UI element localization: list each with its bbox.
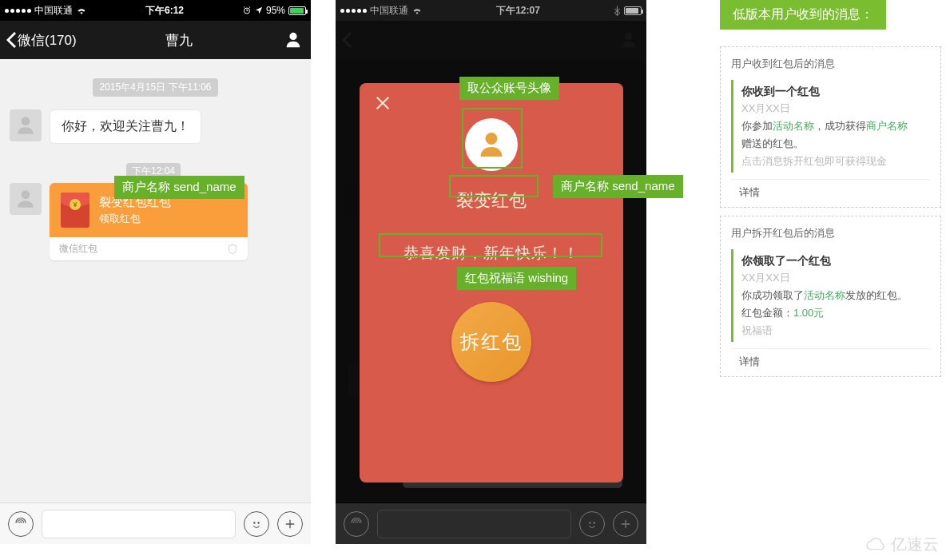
cloud-icon [865, 538, 888, 552]
emoji-button[interactable] [579, 511, 605, 537]
smile-icon [585, 517, 599, 531]
side-header: 低版本用户收到的消息： [720, 0, 886, 30]
status-bar: 中国联通 下午6:12 95% [0, 0, 311, 21]
svg-point-1 [253, 522, 255, 523]
details-link[interactable]: 详情 [731, 348, 930, 369]
wifi-icon [76, 6, 87, 14]
battery-icon [624, 6, 642, 15]
annotation-send-name: 商户名称 send_name [114, 176, 244, 199]
status-time: 下午12:07 [426, 4, 610, 18]
chevron-left-icon [6, 32, 16, 48]
red-envelope-icon: ¥ [61, 193, 89, 228]
message-input[interactable] [42, 510, 236, 538]
person-icon [15, 115, 36, 136]
svg-point-4 [593, 522, 594, 523]
annotation-wishing: 红包祝福语 wishing [457, 267, 576, 290]
person-icon [15, 189, 36, 209]
status-bar: 中国联通 下午12:07 [336, 0, 646, 21]
timestamp: 2015年4月15日 下午11:06 [93, 78, 217, 97]
card-paragraph: 你参加活动名称，成功获得商户名称 [741, 117, 930, 135]
message-input-bar [0, 502, 311, 544]
contact-button[interactable] [282, 29, 304, 51]
more-button[interactable] [613, 511, 638, 537]
smile-icon [249, 517, 264, 531]
card-hint: 点击消息拆开红包即可获得现金 [741, 153, 930, 170]
message-input[interactable] [377, 510, 571, 538]
card-paragraph: 赠送的红包。 [741, 135, 930, 153]
voice-icon [349, 517, 364, 531]
emoji-button[interactable] [244, 511, 269, 537]
card-date: XX月XX日 [741, 100, 930, 117]
red-packet-sub: 领取红包 [99, 212, 171, 226]
signal-dots-icon [5, 9, 31, 13]
person-icon [284, 31, 302, 49]
plus-icon [618, 517, 633, 531]
svg-point-3 [589, 522, 590, 523]
text-message[interactable]: 你好，欢迎关注曹九！ [50, 109, 201, 144]
more-button[interactable] [277, 511, 303, 537]
back-label: 微信(170) [18, 31, 77, 50]
chat-title: 曹九 [77, 31, 282, 50]
annotation-send-name-2: 商户名称 send_name [553, 175, 683, 198]
close-icon [374, 94, 392, 112]
svg-point-2 [257, 522, 259, 523]
status-time: 下午6:12 [90, 4, 239, 18]
card-received: 用户收到红包后的消息 你收到一个红包 XX月XX日 你参加活动名称，成功获得商户… [720, 46, 941, 208]
card-paragraph: 你成功领取了活动名称发放的红包。 [741, 287, 930, 304]
voice-icon [14, 517, 28, 531]
open-packet-button[interactable]: 拆红包 [451, 302, 531, 382]
avatar[interactable] [10, 109, 42, 141]
wifi-icon [411, 6, 423, 14]
watermark: 亿速云 [865, 534, 939, 555]
voice-button[interactable] [8, 511, 34, 537]
chat-nav-bar: 微信(170) 曹九 [0, 21, 311, 59]
card-date: XX月XX日 [741, 269, 930, 287]
card-wishing: 祝福语 [741, 322, 930, 340]
carrier-label: 中国联通 [370, 4, 408, 18]
details-link[interactable]: 详情 [731, 179, 930, 200]
card-title: 你收到一个红包 [741, 82, 930, 100]
carrier-label: 中国联通 [34, 4, 73, 18]
card-amount: 红包金额：1.00元 [741, 304, 930, 322]
battery-icon [288, 6, 306, 15]
person-icon [477, 130, 506, 159]
avatar[interactable] [10, 183, 42, 215]
annotation-avatar: 取公众账号头像 [459, 77, 559, 100]
card-title: 你领取了一个红包 [741, 252, 930, 269]
card-opened: 用户拆开红包后的消息 你领取了一个红包 XX月XX日 你成功领取了活动名称发放的… [720, 216, 941, 377]
card-head: 用户收到红包后的消息 [731, 57, 930, 71]
sender-avatar [465, 118, 518, 171]
signal-dots-icon [340, 9, 367, 13]
message-input-bar [336, 502, 646, 544]
battery-pct: 95% [266, 5, 285, 16]
wishing-text: 恭喜发财，新年快乐！！ [360, 243, 623, 264]
red-packet-source: 微信红包 [59, 242, 97, 256]
card-head: 用户拆开红包后的消息 [731, 226, 930, 240]
location-icon [255, 6, 263, 14]
plus-icon [283, 517, 297, 531]
close-button[interactable] [374, 94, 392, 112]
back-button[interactable]: 微信(170) [6, 31, 77, 50]
alarm-icon [242, 6, 252, 15]
voice-button[interactable] [344, 511, 369, 537]
bluetooth-icon [614, 6, 621, 16]
shield-icon [227, 244, 238, 255]
